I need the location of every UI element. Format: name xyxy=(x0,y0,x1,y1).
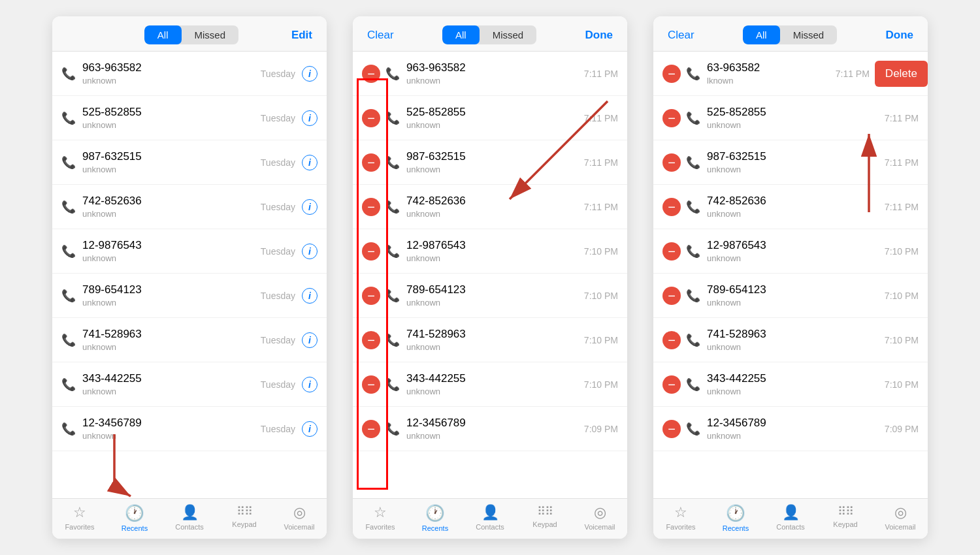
call-time: Tuesday xyxy=(261,424,295,434)
contacts-icon: 👤 xyxy=(782,504,800,521)
call-item: 📞 987-632515 unknown Tuesday i xyxy=(52,140,327,185)
nav-favorites-label: Favorites xyxy=(365,523,395,531)
call-number: 741-528963 xyxy=(707,328,766,341)
nav-voicemail[interactable]: ◎ Voicemail xyxy=(873,504,928,532)
call-item: − 📞 789-654123 unknown 7:10 PM xyxy=(653,274,928,318)
nav-recents-label: Recents xyxy=(723,524,749,532)
nav-contacts[interactable]: 👤 Contacts xyxy=(162,504,217,532)
call-number: 963-963582 xyxy=(82,61,142,74)
delete-minus[interactable]: − xyxy=(662,109,681,127)
nav-recents[interactable]: 🕐 Recents xyxy=(408,504,463,532)
call-item: − 📞 343-442255 unknown 7:10 PM xyxy=(653,362,928,407)
nav-contacts-label: Contacts xyxy=(776,523,804,531)
nav-favorites[interactable]: ☆ Favorites xyxy=(52,504,107,532)
delete-minus[interactable]: − xyxy=(662,287,681,305)
phone-icon: 📞 xyxy=(61,67,76,81)
delete-minus[interactable]: − xyxy=(662,242,681,261)
delete-minus[interactable]: − xyxy=(362,198,380,216)
call-label: unknown xyxy=(406,209,466,219)
info-button[interactable]: i xyxy=(302,199,318,215)
panel-3-clear-button[interactable]: Clear xyxy=(664,27,698,43)
panel-3-done-button[interactable]: Done xyxy=(882,27,918,43)
panels-container: All Missed Edit 📞 963-963582 unknown Tue… xyxy=(39,3,941,552)
call-time: Tuesday xyxy=(261,291,295,301)
call-item: − 📞 525-852855 unknown 7:11 PM xyxy=(353,96,627,140)
delete-minus[interactable]: − xyxy=(362,287,380,305)
delete-minus[interactable]: − xyxy=(362,153,380,172)
call-time: 7:11 PM xyxy=(885,202,919,212)
panel-2: Clear All Missed Done − 📞 963-963582 unk… xyxy=(353,16,627,539)
info-button[interactable]: i xyxy=(302,332,318,348)
panel-2-toggle-all[interactable]: All xyxy=(442,25,480,44)
nav-keypad[interactable]: ⠿⠿ Keypad xyxy=(818,504,873,532)
delete-minus[interactable]: − xyxy=(362,375,380,394)
nav-voicemail[interactable]: ◎ Voicemail xyxy=(572,504,627,532)
call-time: 7:11 PM xyxy=(836,69,870,79)
nav-keypad[interactable]: ⠿⠿ Keypad xyxy=(517,504,572,532)
delete-minus[interactable]: − xyxy=(362,420,380,438)
call-number: 525-852855 xyxy=(82,106,142,119)
phone-icon: 📞 xyxy=(61,377,76,392)
panel-1-toggle-missed[interactable]: Missed xyxy=(182,25,239,44)
call-time: Tuesday xyxy=(261,69,295,79)
nav-recents[interactable]: 🕐 Recents xyxy=(107,504,162,532)
panel-2-done-button[interactable]: Done xyxy=(581,27,617,43)
nav-voicemail[interactable]: ◎ Voicemail xyxy=(272,504,327,532)
call-label: unknown xyxy=(707,431,766,441)
call-label: unknown xyxy=(82,431,142,441)
delete-minus[interactable]: − xyxy=(662,331,681,349)
delete-minus[interactable]: − xyxy=(662,198,681,216)
panel-3-toggle-group: All Missed xyxy=(743,25,837,44)
call-label: unknown xyxy=(82,387,142,396)
panel-1-edit-button[interactable]: Edit xyxy=(287,27,316,43)
nav-favorites[interactable]: ☆ Favorites xyxy=(353,504,408,532)
info-button[interactable]: i xyxy=(302,110,318,126)
call-number: 343-442255 xyxy=(406,372,466,385)
panel-2-header: Clear All Missed Done xyxy=(353,16,627,52)
delete-minus[interactable]: − xyxy=(362,65,380,83)
delete-minus[interactable]: − xyxy=(662,375,681,394)
nav-recents-label: Recents xyxy=(122,524,148,532)
phone-icon: 📞 xyxy=(686,67,700,81)
call-number: 12-9876543 xyxy=(82,239,142,252)
nav-contacts[interactable]: 👤 Contacts xyxy=(763,504,818,532)
call-label: unknown xyxy=(707,165,766,174)
delete-minus[interactable]: − xyxy=(662,420,681,438)
call-number: 987-632515 xyxy=(707,150,766,163)
panel-3-toggle-all[interactable]: All xyxy=(743,25,780,44)
delete-button[interactable]: Delete xyxy=(875,61,928,87)
info-button[interactable]: i xyxy=(302,377,318,392)
call-label: unknown xyxy=(406,387,466,396)
call-label: unknown xyxy=(707,253,766,263)
info-button[interactable]: i xyxy=(302,155,318,170)
call-number: 742-852636 xyxy=(82,195,142,208)
delete-minus[interactable]: − xyxy=(362,109,380,127)
panel-1-header: All Missed Edit xyxy=(52,16,327,52)
phone-icon: 📞 xyxy=(61,155,76,170)
delete-minus[interactable]: − xyxy=(362,331,380,349)
call-item: − 📞 741-528963 unknown 7:10 PM xyxy=(353,318,627,362)
phone-icon: 📞 xyxy=(61,333,76,347)
panel-2-toggle-missed[interactable]: Missed xyxy=(480,25,537,44)
favorites-icon: ☆ xyxy=(73,504,86,521)
voicemail-icon: ◎ xyxy=(894,504,907,521)
nav-favorites[interactable]: ☆ Favorites xyxy=(653,504,708,532)
info-button[interactable]: i xyxy=(302,66,318,82)
delete-minus[interactable]: − xyxy=(662,65,681,83)
contacts-icon: 👤 xyxy=(482,504,499,521)
call-number: 789-654123 xyxy=(707,283,766,296)
info-button[interactable]: i xyxy=(302,288,318,304)
delete-minus[interactable]: − xyxy=(662,153,681,172)
panel-3-toggle-missed[interactable]: Missed xyxy=(780,25,838,44)
nav-recents[interactable]: 🕐 Recents xyxy=(708,504,763,532)
delete-minus[interactable]: − xyxy=(362,242,380,261)
call-number: 741-528963 xyxy=(406,328,466,341)
info-button[interactable]: i xyxy=(302,421,318,437)
nav-contacts[interactable]: 👤 Contacts xyxy=(463,504,517,532)
panel-1-toggle-all[interactable]: All xyxy=(144,25,182,44)
nav-keypad[interactable]: ⠿⠿ Keypad xyxy=(217,504,272,532)
call-time: 7:09 PM xyxy=(584,424,618,434)
call-item: − 📞 789-654123 unknown 7:10 PM xyxy=(353,274,627,318)
panel-2-clear-button[interactable]: Clear xyxy=(363,27,398,43)
info-button[interactable]: i xyxy=(302,244,318,259)
